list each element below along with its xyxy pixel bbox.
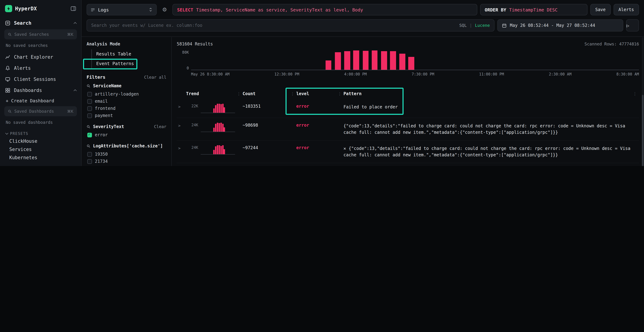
table-row[interactable]: > 22K ~103351 error Failed to place orde… [177, 99, 639, 118]
checkbox[interactable] [87, 99, 92, 104]
kebab-icon[interactable]: ⋮ [290, 92, 294, 96]
x-axis-label: 7:30:00 PM [412, 72, 434, 76]
filter-checkbox-row[interactable]: frontend [86, 105, 166, 112]
histogram-plot[interactable] [191, 50, 639, 70]
x-axis-label: 8:30:00 AM [616, 72, 639, 76]
bell-icon [5, 66, 10, 71]
presets-toggle[interactable]: PRESETS [0, 128, 81, 137]
saved-searches-placeholder: Saved Searches [14, 32, 64, 37]
select-chevrons-icon [148, 7, 153, 12]
patterns-table: Trend ⋮Count ⋮level ⋮Pattern⋮ > 22K [177, 88, 639, 166]
x-axis-label: 2:30:00 AM [549, 72, 571, 76]
source-select-icon [90, 7, 95, 12]
lang-toggle-sql[interactable]: SQL [459, 23, 467, 28]
create-dashboard-button[interactable]: + Create Dashboard [0, 96, 81, 106]
date-range-value: May 26 08:52:44 - May 27 08:52:44 [510, 23, 595, 28]
preset-item[interactable]: ClickHouse [0, 137, 81, 145]
clear-link[interactable]: Clear [154, 124, 166, 129]
clear-all-link[interactable]: Clear all [144, 74, 166, 80]
search-section-label: Search [14, 20, 70, 26]
x-axis-label: 4:00:00 PM [344, 72, 367, 76]
filter-checkbox-row[interactable]: payment [86, 112, 166, 119]
run-search-button[interactable]: ▷ [626, 19, 639, 32]
lang-toggle-divider: | [470, 23, 472, 28]
source-select[interactable]: Logs [86, 4, 157, 16]
checkbox[interactable] [87, 152, 92, 156]
alerts-button[interactable]: Alerts [614, 4, 639, 16]
calendar-icon [502, 23, 506, 28]
sidebar-item-chart-explorer[interactable]: Chart Explorer [0, 52, 81, 62]
column-header-count[interactable]: ⋮Count [242, 91, 296, 96]
gear-icon: ⚙ [162, 6, 167, 13]
checkbox[interactable] [87, 159, 92, 164]
scrollbar-thumb[interactable] [642, 95, 644, 166]
sidebar-collapse-icon[interactable] [70, 6, 76, 12]
search-icon[interactable] [86, 144, 90, 148]
content: Analysis Mode Results Table Event Patter… [82, 37, 644, 166]
table-row[interactable]: > 24K ~98698 error {"code":13,"details":… [177, 118, 639, 140]
sidebar-item-client-sessions[interactable]: Client Sessions [0, 74, 81, 85]
date-range-picker[interactable]: May 26 08:52:44 - May 27 08:52:44 [497, 19, 623, 32]
table-row[interactable]: > 24K ~97244 error ✕ {"code":13,"details… [177, 140, 639, 163]
source-settings-button[interactable]: ⚙ [160, 4, 170, 16]
mode-event-patterns[interactable]: Event Patterns [92, 59, 166, 69]
search-icon[interactable] [86, 125, 90, 128]
filter-checkbox-row[interactable]: error [86, 131, 166, 138]
row-expander-icon[interactable]: > [177, 146, 186, 150]
preset-item[interactable]: Kubernetes [0, 154, 81, 162]
pattern-cell[interactable]: ✕ {"code":13,"details":"failed to charge… [344, 145, 639, 158]
order-by-value: TimestampTime DESC [509, 7, 558, 12]
filter-checkbox-row[interactable]: email [86, 98, 166, 105]
event-search-bar[interactable]: SQL | Lucene [86, 19, 494, 32]
sql-select-editor[interactable]: SELECT Timestamp, ServiceName as service… [172, 4, 477, 16]
histogram-y-axis: 80K 0 [177, 50, 191, 70]
sidebar-item-search[interactable]: Search [0, 16, 81, 28]
kebab-icon[interactable]: ⋮ [237, 92, 241, 96]
sidebar-item-label: Chart Explorer [14, 54, 53, 60]
row-expander-icon[interactable]: > [177, 124, 186, 128]
column-header-trend[interactable]: Trend [186, 91, 242, 96]
filter-value-label: 19350 [95, 152, 108, 157]
trend-sparkline [201, 123, 235, 132]
checkbox[interactable] [87, 92, 92, 96]
saved-dashboards-input[interactable]: Saved Dashboards ⌘K [4, 106, 77, 116]
search-input[interactable] [91, 23, 456, 28]
kebab-icon[interactable]: ⋮ [338, 92, 342, 96]
checkbox[interactable] [87, 132, 92, 137]
filter-checkbox-row[interactable]: 22974 [86, 165, 166, 166]
saved-searches-input[interactable]: Saved Searches ⌘K [4, 29, 77, 39]
main-area: Logs ⚙ SELECT Timestamp, ServiceName as … [82, 0, 644, 166]
analysis-mode-label: Analysis Mode [86, 42, 166, 46]
saved-dashboards-placeholder: Saved Dashboards [14, 109, 64, 114]
checkbox[interactable] [87, 113, 92, 118]
filter-group-cache-size: LogAttributes['cache.size'] 19350 [86, 144, 166, 166]
events-histogram[interactable]: 80K 0 May 26 8:30:00 AM12:30:00 PM4:00:0… [177, 50, 639, 76]
pattern-cell[interactable]: {"code":13,"details":"failed to charge c… [344, 123, 639, 136]
order-by-editor[interactable]: ORDER BY TimestampTime DESC [480, 4, 587, 16]
sidebar-item-alerts[interactable]: Alerts [0, 62, 81, 74]
search-icon[interactable] [86, 84, 90, 88]
column-header-pattern[interactable]: ⋮Pattern⋮ [344, 91, 639, 96]
trend-sparkline [201, 104, 235, 113]
filter-group-servicename: ServiceName artillery-loadgen [86, 83, 166, 119]
checkbox[interactable] [87, 106, 92, 111]
histogram-x-axis: May 26 8:30:00 AM12:30:00 PM4:00:00 PM7:… [191, 72, 639, 76]
sidebar-item-dashboards[interactable]: Dashboards [0, 85, 81, 96]
filter-checkbox-row[interactable]: 19350 [86, 150, 166, 158]
sidebar: HyperDX Search Saved Searches ⌘K No save… [0, 0, 82, 166]
lang-toggle-lucene[interactable]: Lucene [475, 23, 490, 28]
pattern-cell[interactable]: Failed to place order [344, 104, 639, 110]
sparkline-ymax-label: 22K [186, 104, 198, 113]
table-row[interactable]: > 22K ~95267 error Visa cache full: cann… [177, 163, 639, 166]
mode-results-table[interactable]: Results Table [92, 49, 166, 59]
filter-group-name: SeverityText [93, 124, 152, 129]
filter-checkbox-row[interactable]: 21734 [86, 158, 166, 165]
save-button[interactable]: Save [590, 4, 610, 16]
row-expander-icon[interactable]: > [177, 104, 186, 109]
preset-item[interactable]: Services [0, 145, 81, 154]
level-cell: error [296, 123, 344, 128]
filter-checkbox-row[interactable]: artillery-loadgen [86, 90, 166, 98]
keyboard-shortcut: ⌘K [67, 109, 73, 114]
column-header-level[interactable]: ⋮level [296, 91, 344, 96]
kebab-icon[interactable]: ⋮ [633, 92, 637, 96]
